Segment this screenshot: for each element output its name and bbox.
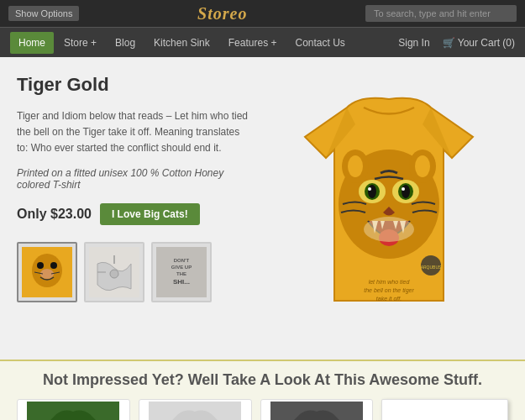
search-input[interactable] xyxy=(365,5,517,22)
buy-button[interactable]: I Love Big Cats! xyxy=(100,203,200,225)
product-card-1[interactable]: Funky Style xyxy=(17,399,130,420)
nav-item-blog[interactable]: Blog xyxy=(107,32,144,54)
svg-point-21 xyxy=(348,155,363,177)
thumbnail-1[interactable] xyxy=(17,242,77,302)
svg-text:SHI...: SHI... xyxy=(173,278,190,286)
right-panel: let him who tied the bell on the tiger t… xyxy=(265,74,512,343)
price-area: Only $23.00 I Love Big Cats! xyxy=(17,203,252,225)
svg-text:DON'T: DON'T xyxy=(174,258,190,263)
nav-item-features[interactable]: Features + xyxy=(220,32,286,54)
product-card-3[interactable]: Dark xyxy=(260,399,374,420)
svg-text:the bell on the tiger: the bell on the tiger xyxy=(364,287,414,294)
svg-point-22 xyxy=(415,155,430,177)
cart-icon: 🛒 xyxy=(443,37,455,49)
cart-label: Your Cart (0) xyxy=(458,37,515,49)
left-panel: Tiger Gold Tiger and Idiom below that re… xyxy=(17,74,252,343)
nav-item-kitchen-sink[interactable]: Kitchen Sink xyxy=(145,32,218,54)
logo: Storeo xyxy=(197,4,247,24)
svg-text:let him who tied: let him who tied xyxy=(368,279,410,285)
svg-text:THE: THE xyxy=(176,271,186,276)
product-description: Tiger and Idiom below that reads – Let h… xyxy=(17,108,252,157)
cart-button[interactable]: 🛒 Your Cart (0) xyxy=(443,37,515,49)
product-grid: Funky Style POSSIBILITY design Dark Cind… xyxy=(17,399,508,420)
svg-point-27 xyxy=(368,185,376,198)
nav-right: Sign In 🛒 Your Cart (0) xyxy=(398,37,515,49)
svg-point-28 xyxy=(402,185,410,198)
svg-point-29 xyxy=(368,187,371,191)
sign-in-link[interactable]: Sign In xyxy=(398,37,429,49)
svg-text:take it off.: take it off. xyxy=(375,296,401,302)
thumbnails: DON'T GIVE UP THE SHI... xyxy=(17,242,252,302)
main-content: Tiger Gold Tiger and Idiom below that re… xyxy=(0,57,525,360)
svg-point-4 xyxy=(37,262,44,269)
bottom-section: Not Impressed Yet? Well Take A Look At T… xyxy=(0,360,525,420)
nav-item-home[interactable]: Home xyxy=(10,32,54,54)
svg-point-5 xyxy=(50,262,57,269)
svg-point-30 xyxy=(402,187,405,191)
nav-item-contact[interactable]: Contact Us xyxy=(286,32,353,54)
product-card-2[interactable]: POSSIBILITY design xyxy=(139,399,252,420)
thumbnail-3[interactable]: DON'T GIVE UP THE SHI... xyxy=(151,242,212,302)
svg-text:GIVE UP: GIVE UP xyxy=(171,265,192,270)
top-bar: Show Options Storeo xyxy=(0,0,525,27)
cinderella-popup: Cinderella Boxing xyxy=(381,399,508,420)
show-options-button[interactable]: Show Options xyxy=(8,6,79,21)
nav-bar: Home Store + Blog Kitchen Sink Features … xyxy=(0,27,525,57)
product-title: Tiger Gold xyxy=(17,74,252,96)
product-info: Printed on a fitted unisex 100 % Cotton … xyxy=(17,167,252,191)
svg-point-10 xyxy=(110,270,118,278)
svg-text:ARQUBUS: ARQUBUS xyxy=(420,265,441,270)
main-product-image: let him who tied the bell on the tiger t… xyxy=(267,74,511,334)
product-price: Only $23.00 xyxy=(17,207,92,222)
nav-item-store[interactable]: Store + xyxy=(55,32,105,54)
section-heading: Not Impressed Yet? Well Take A Look At T… xyxy=(17,371,508,389)
thumbnail-2[interactable] xyxy=(84,242,144,302)
nav-links: Home Store + Blog Kitchen Sink Features … xyxy=(10,32,354,54)
svg-point-32 xyxy=(364,217,414,242)
